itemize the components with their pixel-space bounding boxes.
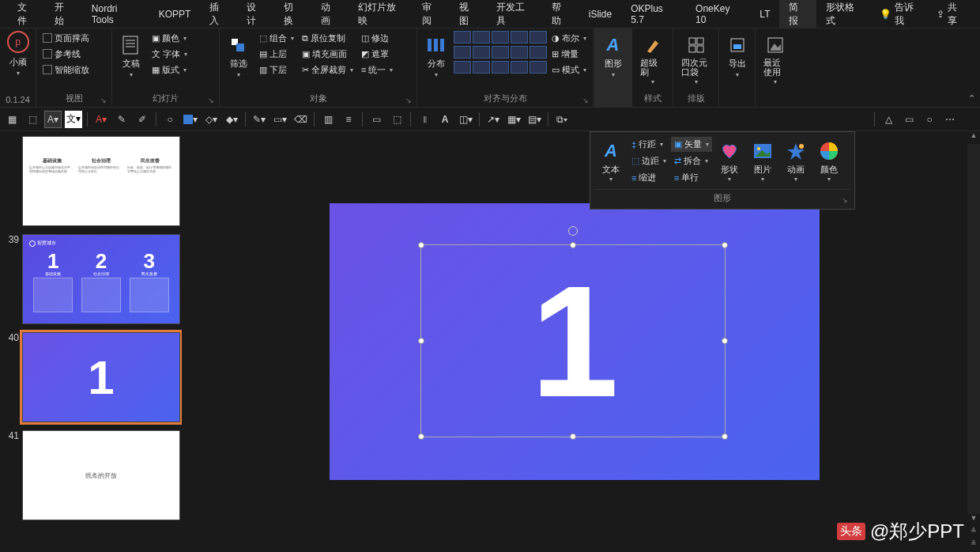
tab-file[interactable]: 文件 [8,0,45,28]
qat-icon[interactable]: 文▾ [65,111,82,128]
qat-rect[interactable]: ▭ [368,111,385,128]
super-brush-button[interactable]: 超级刷▾ [635,31,669,89]
mask-button[interactable]: ◩遮罩 [358,47,396,61]
resize-handle[interactable] [570,242,576,248]
unify-button[interactable]: ≡统一 [358,62,396,77]
align-icon[interactable] [492,46,509,59]
align-icon[interactable] [530,31,547,43]
slide-thumbnails[interactable]: 基础设施提升城市公共设施智能化水平，加快建设信息基础设施升级 社会治理提升城市综… [0,131,182,552]
color-button[interactable]: ▣颜色 [149,31,190,45]
align-icon[interactable] [511,46,528,59]
qat-icon[interactable]: A▾ [44,111,62,128]
group-slides-launcher[interactable]: ↘ [208,96,214,104]
panel-color-button[interactable]: 颜色▾ [813,137,845,186]
line-spacing-button[interactable]: ‡行距 [628,137,669,152]
resize-handle[interactable] [722,242,728,248]
thumb-slide-40[interactable]: 1 [22,332,180,422]
tab-slideshow[interactable]: 幻灯片放映 [349,0,413,28]
qat-cube[interactable]: ◫▾ [457,111,474,128]
rotate-handle[interactable] [568,226,578,236]
tab-okplus[interactable]: OKPlus 5.7 [621,0,686,28]
tab-home[interactable]: 开始 [45,0,82,28]
align-icon[interactable] [530,61,547,74]
qat-eyedrop[interactable]: ✎ [113,111,130,128]
vector-button[interactable]: ▣矢量 [671,137,712,152]
qat-rect3[interactable]: ▭ [900,111,918,128]
recent-button[interactable]: 最近使用▾ [759,31,792,89]
margin-button[interactable]: ⬚边距 [628,153,669,168]
qat-text-a[interactable]: A [436,111,454,128]
align-icon[interactable] [492,31,509,43]
document-button[interactable]: 文稿▾ [115,31,147,81]
qat-icon[interactable]: ⬚ [24,111,41,128]
group-button[interactable]: ⬚组合 [256,31,297,45]
prev-slide[interactable]: ≙ [967,527,980,539]
app-logo-icon[interactable]: p [7,31,29,53]
qat-pen[interactable]: ✎▾ [251,111,268,128]
mode-button[interactable]: ▭模式 [548,62,590,77]
layout-button[interactable]: ▦版式 [149,62,190,77]
align-icon[interactable] [454,61,471,74]
panel-shape-button[interactable]: 形状▾ [714,137,745,186]
tab-onekey[interactable]: OneKey 10 [686,0,750,28]
distribute-button[interactable]: 分布▾ [420,31,452,81]
qat-font-color[interactable]: A▾ [92,111,110,128]
tab-design[interactable]: 设计 [237,0,274,28]
tab-review[interactable]: 审阅 [413,0,450,28]
split-button[interactable]: ⇄拆合 [671,153,712,168]
tab-koppt[interactable]: KOPPT [149,0,201,28]
qat-fill[interactable]: ▾ [182,111,199,128]
tab-help[interactable]: 帮助 [542,0,579,28]
align-icon[interactable] [511,31,528,43]
increment-button[interactable]: ⊞增量 [548,47,590,61]
qat-dist[interactable]: ⫴ [416,111,433,128]
resize-handle[interactable] [722,338,728,344]
qat-pick[interactable]: ↗▾ [484,111,502,128]
export-button[interactable]: 导出▾ [722,31,752,81]
panel-image-button[interactable]: 图片▾ [747,137,778,186]
trim-button[interactable]: ◫修边 [358,31,396,45]
qat-tri[interactable]: △ [880,111,897,128]
fill-canvas-button[interactable]: ▣填充画面 [299,47,356,61]
tab-view[interactable]: 视图 [450,0,487,28]
resize-handle[interactable] [418,433,424,440]
resize-handle[interactable] [418,242,424,248]
toggle-page-height[interactable]: 页面撑高 [40,31,108,45]
align-icon[interactable] [530,46,547,59]
thumb-slide-38[interactable]: 基础设施提升城市公共设施智能化水平，加快建设信息基础设施升级 社会治理提升城市综… [22,136,180,226]
qat-more[interactable]: ⋯ [941,111,959,128]
group-object-launcher[interactable]: ↘ [405,96,412,104]
copy-inplace-button[interactable]: ⧉原位复制 [299,31,356,45]
resize-handle[interactable] [722,433,728,440]
collapse-ribbon[interactable]: ⌃ [968,93,975,104]
thumb-slide-41[interactable]: 线条的开放 [22,430,180,520]
qat-icon[interactable]: ▦ [3,111,21,128]
tab-shape-format[interactable]: 形状格式 [816,0,872,28]
panel-anim-button[interactable]: 动画▾ [780,137,812,186]
thumb-slide-39[interactable]: 智慧城市 1基础设施 2社会治理 3民生改善 [22,234,180,324]
qat-grid1[interactable]: ▦▾ [505,111,522,128]
align-icon[interactable] [454,46,471,59]
tab-lt[interactable]: LT [750,0,779,28]
indent-button[interactable]: ≡缩进 [628,170,669,185]
tab-briefing[interactable]: 简报 [779,0,816,28]
tab-islide[interactable]: iSlide [579,0,621,28]
filter-button[interactable]: 筛选▾ [223,31,254,81]
scroll-up[interactable]: ▲ [967,131,980,144]
qat-line[interactable]: ▭▾ [271,111,288,128]
tab-transition[interactable]: 切换 [274,0,311,28]
group-view-launcher[interactable]: ↘ [100,96,107,104]
tab-nordri[interactable]: Nordri Tools [82,0,149,28]
next-slide[interactable]: ≚ [967,539,980,552]
send-backward-button[interactable]: ▥下层 [256,62,297,77]
current-slide[interactable]: 1 [330,203,820,480]
align-icon[interactable] [473,31,490,43]
align-icon[interactable] [473,46,490,59]
tell-me[interactable]: 💡 告诉我 [872,1,928,28]
qat-shadow[interactable]: ◆▾ [223,111,240,128]
tab-animation[interactable]: 动画 [311,0,349,28]
qat-outline[interactable]: ◇▾ [202,111,220,128]
boolean-button[interactable]: ◑布尔 [548,31,590,45]
font-button[interactable]: 文字体 [149,47,190,61]
panel-text-button[interactable]: A 文本▾ [595,137,627,186]
